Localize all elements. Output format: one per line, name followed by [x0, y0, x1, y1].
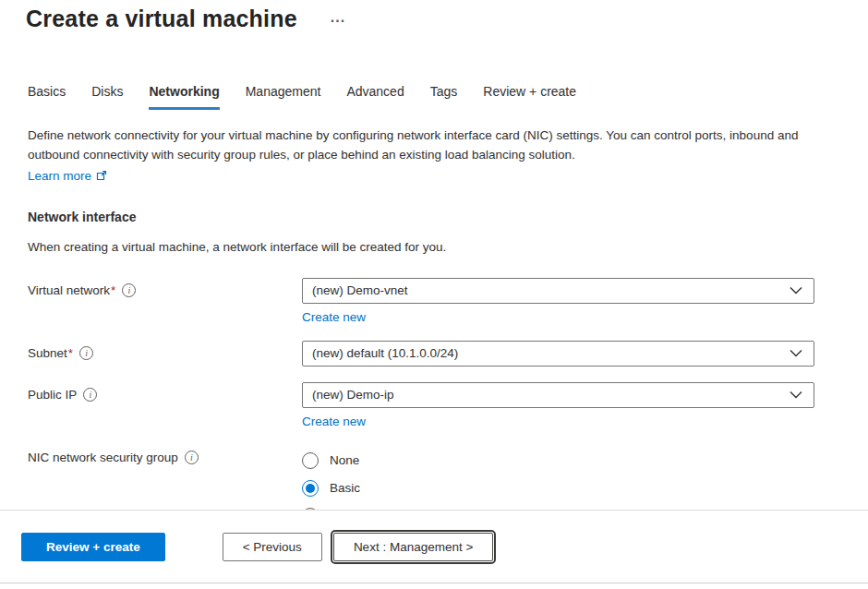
wizard-tabs: Basics Disks Networking Management Advan…: [28, 84, 868, 110]
learn-more-link[interactable]: Learn more: [28, 168, 107, 184]
virtual-network-label: Virtual network*: [28, 283, 115, 297]
info-icon[interactable]: i: [83, 388, 97, 402]
public-ip-dropdown[interactable]: (new) Demo-ip: [302, 382, 814, 408]
subnet-dropdown[interactable]: (new) default (10.1.0.0/24): [302, 341, 814, 367]
tab-advanced[interactable]: Advanced: [346, 84, 404, 110]
review-create-button[interactable]: Review + create: [21, 533, 165, 561]
networking-description: Define network connectivity for your vir…: [28, 126, 824, 165]
page-title: Create a virtual machine: [26, 6, 297, 32]
radio-button-basic[interactable]: [302, 480, 319, 497]
wizard-footer: Review + create < Previous Next : Manage…: [0, 510, 868, 583]
subnet-value: (new) default (10.1.0.0/24): [312, 346, 458, 360]
virtual-network-dropdown[interactable]: (new) Demo-vnet: [302, 278, 814, 304]
virtual-network-label-group: Virtual network* i: [28, 278, 302, 297]
next-management-button[interactable]: Next : Management >: [333, 533, 493, 561]
chevron-down-icon: [790, 283, 802, 297]
public-ip-label-group: Public IP i: [28, 382, 302, 402]
section-title-network-interface: Network interface: [28, 210, 868, 224]
info-icon[interactable]: i: [79, 346, 93, 360]
radio-button-none[interactable]: [302, 452, 319, 469]
virtual-network-value: (new) Demo-vnet: [312, 283, 408, 297]
virtual-network-row: Virtual network* i (new) Demo-vnet Creat…: [28, 278, 868, 324]
subnet-row: Subnet* i (new) default (10.1.0.0/24): [28, 341, 868, 367]
nsg-option-basic-label: Basic: [330, 481, 360, 495]
subnet-label-group: Subnet* i: [28, 341, 302, 360]
public-ip-create-new-link[interactable]: Create new: [302, 415, 366, 428]
tab-networking[interactable]: Networking: [149, 84, 219, 110]
info-icon[interactable]: i: [185, 451, 199, 464]
info-icon[interactable]: i: [122, 283, 136, 297]
tab-basics[interactable]: Basics: [28, 84, 66, 110]
nsg-option-none-label: None: [330, 453, 359, 467]
nic-nsg-label-group: NIC network security group i: [28, 445, 302, 464]
public-ip-label: Public IP: [28, 388, 77, 402]
tab-disks[interactable]: Disks: [91, 84, 123, 110]
page-header: Create a virtual machine ...: [0, 0, 868, 32]
previous-button[interactable]: < Previous: [223, 533, 322, 561]
main-content: Basics Disks Networking Management Advan…: [0, 32, 868, 542]
required-indicator: *: [111, 283, 115, 297]
chevron-down-icon: [790, 388, 802, 402]
subnet-label: Subnet*: [28, 346, 73, 360]
more-options-button[interactable]: ...: [331, 9, 345, 26]
tab-management[interactable]: Management: [246, 84, 321, 110]
networking-form: Virtual network* i (new) Demo-vnet Creat…: [28, 278, 868, 530]
section-subtitle: When creating a virtual machine, a netwo…: [28, 240, 868, 254]
required-indicator: *: [68, 346, 73, 360]
nic-nsg-label: NIC network security group: [28, 451, 178, 464]
tab-review-create[interactable]: Review + create: [483, 84, 576, 110]
nsg-option-none[interactable]: None: [302, 447, 814, 475]
public-ip-row: Public IP i (new) Demo-ip Create new: [28, 382, 868, 428]
nsg-option-basic[interactable]: Basic: [302, 475, 814, 502]
external-link-icon: [96, 170, 107, 184]
chevron-down-icon: [790, 346, 802, 360]
public-ip-value: (new) Demo-ip: [312, 388, 394, 402]
tab-tags[interactable]: Tags: [430, 84, 458, 110]
virtual-network-create-new-link[interactable]: Create new: [302, 310, 366, 324]
learn-more-label[interactable]: Learn more: [28, 169, 91, 183]
